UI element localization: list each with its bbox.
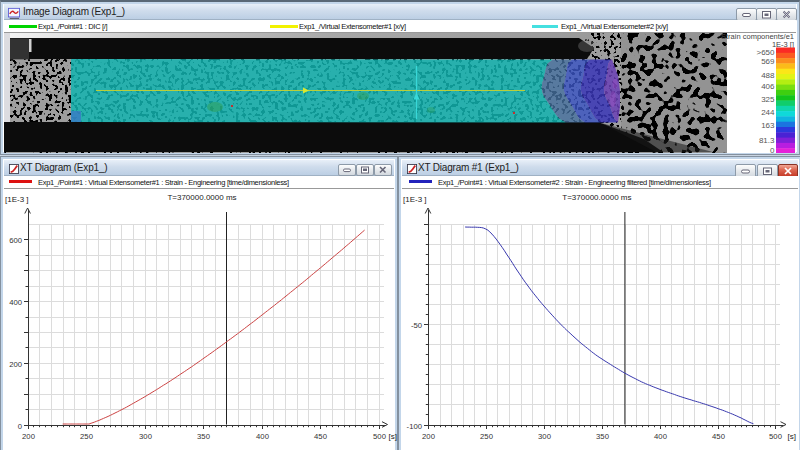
svg-text:400: 400: [654, 432, 667, 441]
svg-text:T=370000.0000 ms: T=370000.0000 ms: [562, 193, 631, 202]
svg-text:325: 325: [761, 95, 775, 104]
svg-text:600: 600: [9, 236, 22, 245]
svg-text:500: 500: [769, 432, 782, 441]
svg-text:200: 200: [9, 360, 22, 369]
svg-text:200: 200: [22, 432, 35, 441]
svg-text:T=370000.0000 ms: T=370000.0000 ms: [167, 193, 236, 202]
svg-text:300: 300: [139, 432, 152, 441]
svg-text:81.3: 81.3: [759, 136, 775, 145]
svg-text:350: 350: [197, 432, 210, 441]
svg-text:250: 250: [480, 432, 493, 441]
svg-text:1E-3 []: 1E-3 []: [772, 40, 794, 49]
svg-text:250: 250: [80, 432, 93, 441]
svg-text:488: 488: [761, 71, 775, 80]
svg-text:200: 200: [422, 432, 435, 441]
svg-text:406: 406: [761, 82, 775, 91]
svg-text:450: 450: [712, 432, 725, 441]
svg-text:400: 400: [9, 298, 22, 307]
svg-text:[s]: [s]: [788, 432, 796, 441]
svg-text:[1E-3 ]: [1E-3 ]: [403, 195, 427, 204]
svg-text:163: 163: [761, 121, 775, 130]
svg-text:244: 244: [761, 108, 775, 117]
svg-text:>650: >650: [756, 48, 775, 57]
svg-text:350: 350: [596, 432, 609, 441]
svg-text:500: 500: [373, 432, 386, 441]
svg-text:0: 0: [770, 146, 775, 154]
svg-text:0: 0: [18, 422, 22, 431]
svg-text:400: 400: [256, 432, 269, 441]
svg-text:-100: -100: [407, 422, 422, 431]
svg-text:[1E-3 ]: [1E-3 ]: [5, 195, 29, 204]
svg-text:[s]: [s]: [389, 432, 397, 441]
svg-text:450: 450: [314, 432, 327, 441]
svg-text:-50: -50: [411, 321, 422, 330]
svg-text:569: 569: [761, 57, 775, 66]
svg-text:300: 300: [538, 432, 551, 441]
